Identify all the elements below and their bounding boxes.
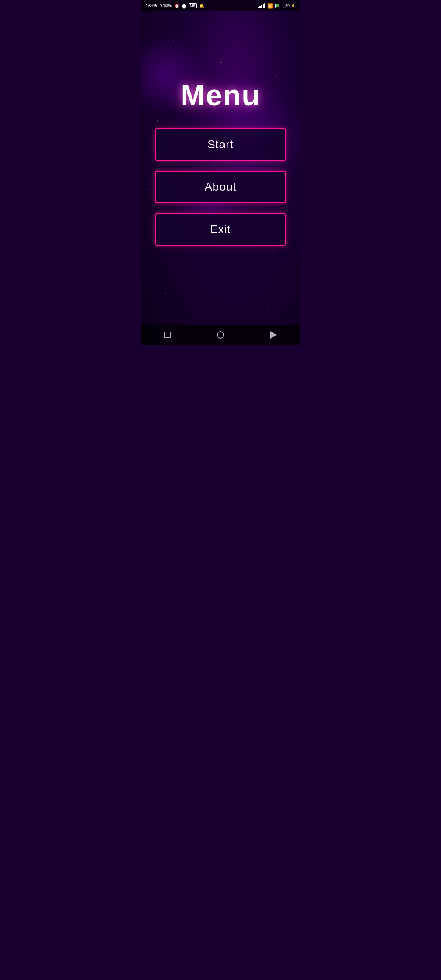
nav-home-button[interactable] [212,327,229,343]
navigation-bar [141,325,300,345]
vpn-icon: ⬤ [182,4,186,8]
status-right: 📶 39 ⚡ [258,3,295,9]
media-icon: MR [189,3,197,8]
nav-back-button[interactable] [265,327,282,343]
exit-button[interactable]: Exit [155,213,286,246]
alarm-icon: ⏰ [174,4,179,8]
exit-button-label: Exit [210,223,231,236]
nav-back-icon [270,331,277,339]
main-content: Menu Start About Exit [141,11,300,325]
wifi-icon: 📶 [267,3,273,9]
status-data-speed: 0,0К6/с [160,4,172,8]
about-button-label: About [205,180,236,194]
status-time: 16:05 [146,3,157,8]
battery-icon [275,4,284,8]
battery-indicator: 39 ⚡ [275,4,295,8]
buttons-container: Start About Exit [155,128,286,246]
signal-icon [258,3,265,8]
nav-home-icon [217,331,224,339]
status-bar: 16:05 0,0К6/с ⏰ ⬤ MR 🔔 📶 39 ⚡ [141,0,300,11]
main-screen: 16:05 0,0К6/с ⏰ ⬤ MR 🔔 📶 39 ⚡ [141,0,300,345]
status-left: 16:05 0,0К6/с ⏰ ⬤ MR 🔔 [146,3,204,8]
nav-recents-button[interactable] [159,327,176,343]
charging-icon: ⚡ [291,4,295,8]
nav-recents-icon [164,332,171,338]
start-button[interactable]: Start [155,128,286,161]
about-button[interactable]: About [155,171,286,203]
start-button-label: Start [207,138,234,151]
notification-icon: 🔔 [199,4,204,8]
menu-title: Menu [180,78,261,112]
battery-percent: 39 [285,4,290,8]
